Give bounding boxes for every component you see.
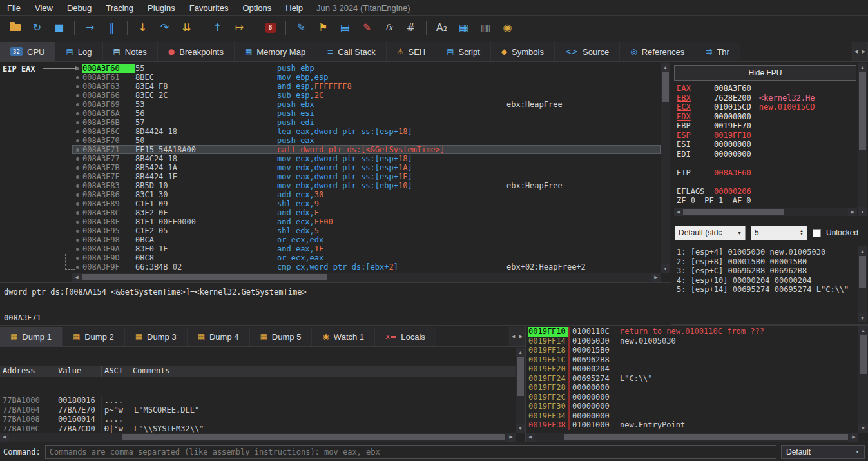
scrollbar-thumb[interactable] — [564, 434, 848, 440]
disasm-row[interactable]: 008A3F6683EC 2Csub esp,2C — [72, 91, 661, 100]
spin-down-icon[interactable]: ▼ — [800, 233, 804, 236]
scroll-right-button[interactable]: ▶ — [651, 273, 661, 282]
stack-horizontal-scrollbar[interactable]: ◀ ▶ — [526, 433, 858, 442]
register-row[interactable]: EBP0019FF70 — [677, 121, 856, 131]
scroll-down-button[interactable]: ▼ — [858, 313, 867, 322]
menu-item-favourites[interactable]: Favourites — [182, 0, 236, 15]
stack-row[interactable]: 0019FF1401005030new.01005030 — [528, 337, 858, 346]
unlocked-checkbox[interactable] — [813, 229, 821, 237]
tab-references[interactable]: ◎References — [620, 42, 695, 61]
label-button[interactable]: ⚑ — [313, 19, 333, 37]
disasm-row[interactable]: 008A3F6953push ebxebx:HeapFree — [72, 100, 661, 109]
scroll-left-button[interactable]: ◀ — [72, 273, 81, 282]
scroll-left-button[interactable]: ◀ — [526, 433, 535, 442]
scroll-down-button[interactable]: ▼ — [858, 424, 868, 433]
tab-dump-1[interactable]: ▦Dump 1 — [0, 327, 63, 346]
modules-button[interactable]: ▦ — [454, 19, 474, 37]
register-value[interactable]: 0019FF70 — [714, 121, 751, 131]
scroll-up-button[interactable]: ▲ — [858, 63, 867, 72]
dump-horizontal-scrollbar[interactable]: ◀ ▶ — [0, 433, 516, 442]
scrollbar-thumb[interactable] — [860, 335, 867, 374]
menu-item-plugins[interactable]: Plugins — [140, 0, 182, 15]
argument-row[interactable]: 1: [esp+4] 01005030 new.01005030 — [677, 248, 856, 257]
scroll-right-button[interactable]: ▶ — [849, 433, 858, 442]
hash-button[interactable]: # — [401, 19, 421, 37]
breakpoint-dot[interactable] — [72, 248, 82, 251]
breakpoint-dot[interactable] — [72, 94, 82, 97]
scroll-up-button[interactable]: ▲ — [858, 246, 867, 255]
register-value[interactable]: 008A3F60 — [714, 168, 751, 178]
dump-row[interactable]: 77BA100800160014.... — [0, 415, 516, 424]
scrollbar-thumb[interactable] — [683, 209, 784, 215]
tab-cpu[interactable]: 32CPU — [0, 42, 55, 61]
breakpoint-dot[interactable] — [72, 266, 82, 269]
breakpoint-dot[interactable] — [72, 257, 82, 260]
breakpoint-dot[interactable] — [72, 184, 82, 188]
scroll-down-button[interactable]: ▼ — [516, 424, 525, 433]
scrollbar-thumb[interactable] — [82, 274, 327, 280]
disassembly-vertical-scrollbar[interactable]: ▲ ▼ — [661, 63, 670, 273]
tab-notes[interactable]: ▤Notes — [103, 42, 158, 61]
breakpoint-dot[interactable] — [72, 166, 82, 170]
stack-row[interactable]: 0019FF18000015B0 — [528, 346, 858, 355]
function-button[interactable]: fx — [379, 19, 399, 37]
breakpoint-dot[interactable] — [72, 202, 82, 206]
patches-button[interactable]: 8 — [260, 19, 280, 37]
register-row[interactable]: EBX7628E200<kernel32.He — [677, 93, 856, 103]
stack-row[interactable]: 0019FF100100110Creturn to new.0100110C f… — [528, 327, 858, 337]
profile-select[interactable]: Default ▼ — [781, 445, 865, 459]
register-value[interactable]: 0019FF10 — [714, 131, 751, 141]
tab-dump-2[interactable]: ▦Dump 2 — [63, 327, 125, 346]
highlight-button[interactable]: ✎ — [357, 19, 377, 37]
step-over-button[interactable]: ↷ — [155, 19, 175, 37]
scrollbar-thumb[interactable] — [859, 72, 866, 150]
dump-row[interactable]: 77BA100000180016.... — [0, 396, 516, 406]
menu-item-help[interactable]: Help — [278, 0, 310, 15]
tab-symbols[interactable]: ◆Symbols — [491, 42, 555, 61]
tab-thr[interactable]: ⇉Thr — [695, 42, 740, 61]
register-value[interactable]: 008A3F60 — [714, 84, 751, 93]
breakpoint-dot[interactable] — [72, 239, 82, 242]
dump-row[interactable]: 77BA100477BA7E70p~°wL"MSCOREE.DLL" — [0, 406, 516, 415]
tab-log[interactable]: ▤Log — [55, 42, 102, 61]
breakpoint-dot[interactable] — [72, 148, 82, 152]
argument-count-select[interactable]: 5 ▲▼ — [751, 226, 807, 240]
breakpoint-dot[interactable] — [72, 157, 82, 161]
scrollbar-thumb[interactable] — [662, 72, 669, 102]
breakpoint-dot[interactable] — [72, 112, 82, 115]
breakpoint-dot[interactable] — [72, 103, 82, 106]
scroll-up-button[interactable]: ▲ — [858, 326, 868, 335]
tab-locals[interactable]: x=Locals — [375, 327, 436, 346]
dump-row[interactable]: 77BA100C77BA7CD0Ð|°wL"\\SYSTEM32\\" — [0, 424, 516, 433]
registers-vertical-scrollbar[interactable]: ▲ ▼ — [858, 63, 867, 216]
calling-convention-select[interactable]: Default (stdc ▼ — [675, 226, 746, 240]
comment-button[interactable]: ✎ — [291, 19, 311, 37]
breakpoint-dot[interactable] — [72, 85, 82, 88]
pause-button[interactable]: ‖ — [102, 19, 122, 37]
animate-into-button[interactable]: ⇊ — [177, 19, 197, 37]
register-row[interactable]: EIP008A3F60 — [677, 168, 856, 178]
register-value[interactable]: 00000000 — [714, 150, 751, 159]
disasm-row[interactable]: 008A3F8F81E1 00FE0000and ecx,FE00 — [72, 217, 661, 226]
arguments-scrollbar[interactable]: ▲ ▼ — [858, 246, 867, 322]
registers-horizontal-scrollbar[interactable]: ◀ ▶ — [674, 208, 857, 216]
register-row[interactable]: ESP0019FF10 — [677, 131, 856, 141]
register-value[interactable]: 7628E200 — [714, 93, 751, 103]
disasm-row[interactable]: 008A3F980BCAor ecx,edx — [72, 235, 661, 244]
tab-breakpoints[interactable]: ●Breakpoints — [158, 42, 235, 61]
register-value[interactable]: 00000206 — [714, 187, 751, 197]
disassembly-horizontal-scrollbar[interactable]: ◀ ▶ — [72, 273, 661, 282]
stack-row[interactable]: 0019FF2400695274L"C:\\" — [528, 374, 858, 384]
stack-row[interactable]: 0019FF3801001000new.EntryPoint — [528, 420, 858, 430]
tab-scroll-left-button[interactable]: ◀ — [853, 42, 860, 61]
register-row[interactable]: EAX008A3F60 — [677, 84, 856, 93]
argument-row[interactable]: 4: [esp+10] 00000204 00000204 — [677, 276, 856, 286]
scroll-right-button[interactable]: ▶ — [506, 433, 516, 442]
tab-scroll-left-button[interactable]: ◀ — [510, 327, 517, 346]
breakpoint-dot[interactable] — [72, 139, 82, 142]
argument-row[interactable]: 3: [esp+C] 006962B8 006962B8 — [677, 266, 856, 276]
disasm-row[interactable]: 008A3F89C1E1 09shl ecx,9 — [72, 199, 661, 208]
disasm-row[interactable]: 008A3F618BECmov ebp,esp — [72, 73, 661, 82]
scroll-up-button[interactable]: ▲ — [661, 63, 670, 72]
tab-scroll-right-button[interactable]: ▶ — [860, 42, 868, 61]
